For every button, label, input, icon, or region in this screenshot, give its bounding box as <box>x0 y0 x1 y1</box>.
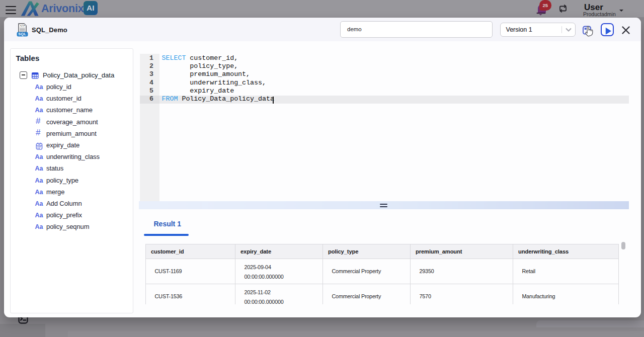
svg-text:</>: </> <box>20 25 25 28</box>
svg-text:SQL: SQL <box>18 32 26 36</box>
